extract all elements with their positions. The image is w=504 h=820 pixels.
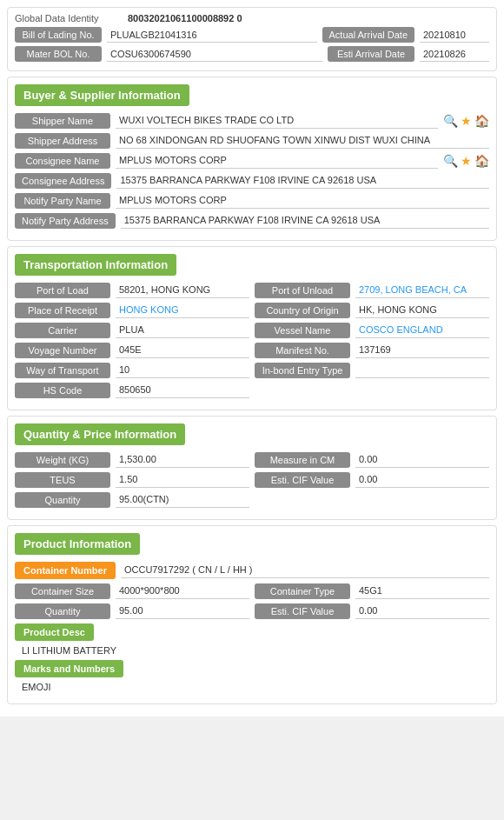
product-desc-value: LI LITHIUM BATTERY — [22, 645, 116, 656]
hs-code-left: HS Code 850650 — [15, 383, 249, 398]
port-load-row: Port of Load 58201, HONG KONG Port of Un… — [15, 283, 489, 298]
bol-label: Bill of Lading No. — [15, 27, 102, 43]
shipper-name-label: Shipper Name — [15, 113, 110, 129]
product-section: Product Information Container Number OCC… — [7, 525, 497, 704]
product-desc-value-row: LI LITHIUM BATTERY — [15, 645, 489, 656]
consignee-name-value: MPLUS MOTORS CORP — [116, 153, 438, 169]
carrier-row: Carrier PLUA Vessel Name COSCO ENGLAND — [15, 323, 489, 338]
global-data-value: 80032021061100008892 0 — [128, 13, 242, 23]
shipper-name-value: WUXI VOLTECH BIKES TRADE CO LTD — [116, 113, 438, 129]
way-transport-label: Way of Transport — [15, 363, 110, 378]
weight-label: Weight (KG) — [15, 452, 110, 468]
way-transport-value: 10 — [116, 363, 249, 378]
product-quantity-left: Quantity 95.00 — [15, 603, 249, 619]
shipper-name-row: Shipper Name WUXI VOLTECH BIKES TRADE CO… — [15, 113, 489, 129]
global-data-row: Global Data Identity 8003202106110000889… — [15, 13, 489, 23]
bol-value: PLUALGB21041316 — [107, 28, 317, 43]
consignee-star-icon[interactable]: ★ — [461, 154, 472, 168]
buyer-supplier-header: Buyer & Supplier Information — [15, 84, 189, 106]
hs-code-row: HS Code 850650 — [15, 383, 489, 398]
product-quantity-value: 95.00 — [116, 603, 249, 619]
container-size-left: Container Size 4000*900*800 — [15, 583, 249, 599]
carrier-label: Carrier — [15, 323, 110, 338]
container-number-value: OCCU7917292 ( CN / L / HH ) — [121, 563, 489, 578]
container-number-row: Container Number OCCU7917292 ( CN / L / … — [15, 562, 489, 579]
way-transport-row: Way of Transport 10 In-bond Entry Type — [15, 363, 489, 378]
place-receipt-row: Place of Receipt HONG KONG Country of Or… — [15, 303, 489, 318]
transportation-section: Transportation Information Port of Load … — [7, 246, 497, 410]
manifest-label: Manifest No. — [255, 343, 350, 358]
transportation-header: Transportation Information — [15, 254, 176, 276]
mater-bol-value: COSU6300674590 — [107, 47, 322, 62]
way-transport-left: Way of Transport 10 — [15, 363, 249, 378]
consignee-address-row: Consignee Address 15375 BARRANCA PARKWAY… — [15, 173, 489, 189]
measure-cm-label: Measure in CM — [255, 452, 350, 468]
country-origin-label: Country of Origin — [255, 303, 350, 318]
product-desc-row: Product Desc — [15, 623, 489, 641]
page: Global Data Identity 8003202106110000889… — [0, 0, 504, 717]
country-origin-value: HK, HONG KONG — [355, 303, 489, 318]
shipper-address-row: Shipper Address NO 68 XINDONGAN RD SHUOF… — [15, 133, 489, 149]
weight-left: Weight (KG) 1,530.00 — [15, 452, 249, 468]
vessel-name-value: COSCO ENGLAND — [355, 323, 489, 338]
country-origin-right: Country of Origin HK, HONG KONG — [255, 303, 489, 318]
shipper-name-icons: 🔍 ★ 🏠 — [443, 114, 489, 128]
container-size-value: 4000*900*800 — [116, 583, 249, 599]
port-unload-right: Port of Unload 2709, LONG BEACH, CA — [255, 283, 489, 298]
carrier-value: PLUA — [116, 323, 249, 338]
product-esti-cif-value: 0.00 — [355, 603, 489, 619]
port-unload-label: Port of Unload — [255, 283, 350, 298]
global-data-label: Global Data Identity — [15, 13, 128, 23]
consignee-home-icon[interactable]: 🏠 — [474, 154, 489, 168]
container-size-label: Container Size — [15, 583, 110, 599]
product-header: Product Information — [15, 533, 140, 555]
product-esti-cif-label: Esti. CIF Value — [255, 603, 350, 619]
vessel-name-label: Vessel Name — [255, 323, 350, 338]
product-esti-cif-right: Esti. CIF Value 0.00 — [255, 603, 489, 619]
notify-party-name-value: MPLUS MOTORS CORP — [116, 193, 489, 209]
carrier-left: Carrier PLUA — [15, 323, 249, 338]
product-desc-btn[interactable]: Product Desc — [15, 623, 94, 641]
top-section: Global Data Identity 8003202106110000889… — [7, 7, 497, 71]
mater-bol-label: Mater BOL No. — [15, 46, 102, 62]
esti-arrival-label: Esti Arrival Date — [328, 46, 414, 62]
buyer-supplier-section: Buyer & Supplier Information Shipper Nam… — [7, 77, 497, 241]
consignee-search-icon[interactable]: 🔍 — [443, 154, 458, 168]
measure-cm-right: Measure in CM 0.00 — [255, 452, 489, 468]
manifest-right: Manifest No. 137169 — [255, 343, 489, 358]
port-load-label: Port of Load — [15, 283, 110, 298]
marks-numbers-row: Marks and Numbers — [15, 660, 489, 677]
quantity-price-section: Quantity & Price Information Weight (KG)… — [7, 416, 497, 520]
port-unload-value: 2709, LONG BEACH, CA — [355, 283, 489, 298]
inbond-entry-value — [355, 363, 489, 378]
weight-row: Weight (KG) 1,530.00 Measure in CM 0.00 — [15, 452, 489, 468]
place-receipt-value: HONG KONG — [116, 303, 249, 318]
home-icon[interactable]: 🏠 — [474, 114, 489, 128]
notify-party-address-row: Notify Party Address 15375 BARRANCA PARK… — [15, 213, 489, 229]
manifest-value: 137169 — [355, 343, 489, 358]
consignee-address-value: 15375 BARRANCA PARKWAY F108 IRVINE CA 92… — [116, 173, 489, 189]
quantity-left: Quantity 95.00(CTN) — [15, 492, 249, 508]
esti-cif-value: 0.00 — [355, 472, 489, 488]
marks-numbers-btn[interactable]: Marks and Numbers — [15, 660, 123, 677]
mater-bol-row: Mater BOL No. COSU6300674590 Esti Arriva… — [15, 46, 489, 62]
quantity-row: Quantity 95.00(CTN) — [15, 492, 489, 508]
container-type-value: 45G1 — [355, 583, 489, 599]
voyage-left: Voyage Number 045E — [15, 343, 249, 358]
actual-arrival-value: 20210810 — [420, 28, 489, 43]
shipper-address-label: Shipper Address — [15, 133, 110, 149]
product-quantity-label: Quantity — [15, 603, 110, 619]
place-receipt-label: Place of Receipt — [15, 303, 110, 318]
teus-left: TEUS 1.50 — [15, 472, 249, 488]
product-quantity-row: Quantity 95.00 Esti. CIF Value 0.00 — [15, 603, 489, 619]
esti-cif-label: Esti. CIF Value — [255, 472, 350, 488]
container-number-btn[interactable]: Container Number — [15, 562, 116, 579]
marks-numbers-value-row: EMOJI — [15, 682, 489, 692]
consignee-name-row: Consignee Name MPLUS MOTORS CORP 🔍 ★ 🏠 — [15, 153, 489, 169]
shipper-address-value: NO 68 XINDONGAN RD SHUOFANG TOWN XINWU D… — [116, 133, 489, 149]
consignee-name-icons: 🔍 ★ 🏠 — [443, 154, 489, 168]
search-icon[interactable]: 🔍 — [443, 114, 458, 128]
port-load-left: Port of Load 58201, HONG KONG — [15, 283, 249, 298]
teus-row: TEUS 1.50 Esti. CIF Value 0.00 — [15, 472, 489, 488]
star-icon[interactable]: ★ — [461, 114, 472, 128]
